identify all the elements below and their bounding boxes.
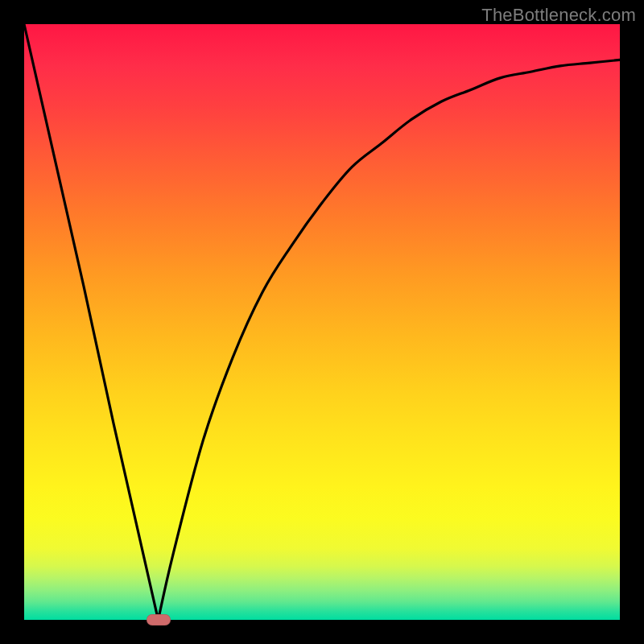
- bottleneck-curve-path: [24, 24, 620, 620]
- watermark-text: TheBottleneck.com: [481, 5, 636, 26]
- curve-svg: [24, 24, 620, 620]
- chart-frame: TheBottleneck.com: [0, 0, 644, 644]
- minimum-marker: [147, 614, 171, 625]
- plot-area: [24, 24, 620, 620]
